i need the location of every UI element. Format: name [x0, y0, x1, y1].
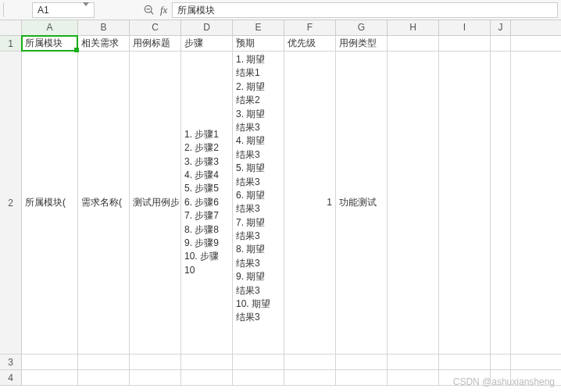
watermark: CSDN @ashuxiansheng: [453, 376, 555, 387]
cell-F2[interactable]: 1: [284, 52, 336, 354]
cell-A4[interactable]: [22, 370, 78, 385]
chevron-down-icon[interactable]: [83, 3, 89, 17]
cell-E4[interactable]: [233, 370, 284, 385]
cell-B4[interactable]: [78, 370, 130, 385]
row-header-2[interactable]: 2: [0, 52, 22, 354]
cell-I2[interactable]: [439, 52, 491, 354]
row-1: 1 所属模块 相关需求 用例标题 步骤 预期 优先级 用例类型: [0, 36, 561, 52]
cell-H2[interactable]: [388, 52, 439, 354]
cell-E1[interactable]: 预期: [233, 36, 284, 51]
separator: [3, 3, 4, 17]
cell-C3[interactable]: [130, 355, 181, 369]
col-header-H[interactable]: H: [388, 20, 439, 35]
cell-C4[interactable]: [130, 370, 181, 385]
cell-H4[interactable]: [388, 370, 439, 385]
col-header-G[interactable]: G: [336, 20, 388, 35]
cell-B1[interactable]: 相关需求: [78, 36, 130, 51]
cell-H3[interactable]: [388, 355, 439, 369]
cell-G1[interactable]: 用例类型: [336, 36, 388, 51]
formula-bar-value: 所属模块: [177, 5, 215, 16]
col-header-B[interactable]: B: [78, 20, 130, 35]
row-2: 2 所属模块( 需求名称( 测试用例步 1. 步骤1 2. 步骤2 3. 步骤3…: [0, 52, 561, 355]
formula-bar[interactable]: 所属模块: [172, 2, 558, 18]
cell-J2[interactable]: [491, 52, 511, 354]
cell-D1[interactable]: 步骤: [181, 36, 233, 51]
cell-J3[interactable]: [491, 355, 511, 369]
cell-J1[interactable]: [491, 36, 511, 51]
name-box-value: A1: [38, 3, 49, 17]
cell-C2[interactable]: 测试用例步: [130, 52, 181, 354]
col-header-I[interactable]: I: [439, 20, 491, 35]
col-header-D[interactable]: D: [181, 20, 233, 35]
svg-line-1: [151, 11, 153, 13]
cell-E3[interactable]: [233, 355, 284, 369]
fx-icon[interactable]: fx: [160, 4, 167, 16]
row-header-1[interactable]: 1: [0, 36, 22, 51]
cell-F1[interactable]: 优先级: [284, 36, 336, 51]
cell-F3[interactable]: [284, 355, 336, 369]
cell-D3[interactable]: [181, 355, 233, 369]
cell-D4[interactable]: [181, 370, 233, 385]
cell-I3[interactable]: [439, 355, 491, 369]
name-box[interactable]: A1: [32, 2, 95, 18]
cell-G3[interactable]: [336, 355, 388, 369]
row-header-4[interactable]: 4: [0, 370, 22, 385]
col-header-J[interactable]: J: [491, 20, 511, 35]
select-all-corner[interactable]: [0, 20, 22, 35]
cell-D2[interactable]: 1. 步骤1 2. 步骤2 3. 步骤3 4. 步骤4 5. 步骤5 6. 步骤…: [181, 52, 233, 354]
cell-G2[interactable]: 功能测试: [336, 52, 388, 354]
cell-F4[interactable]: [284, 370, 336, 385]
cell-G4[interactable]: [336, 370, 388, 385]
toolbar: A1 fx 所属模块: [0, 0, 561, 20]
cell-C1[interactable]: 用例标题: [130, 36, 181, 51]
cell-A3[interactable]: [22, 355, 78, 369]
cell-A2[interactable]: 所属模块(: [22, 52, 78, 354]
cell-I1[interactable]: [439, 36, 491, 51]
cell-A1[interactable]: 所属模块: [22, 36, 78, 51]
col-header-F[interactable]: F: [284, 20, 336, 35]
zoom-out-icon[interactable]: [143, 4, 155, 16]
row-header-3[interactable]: 3: [0, 355, 22, 369]
cell-B3[interactable]: [78, 355, 130, 369]
col-header-E[interactable]: E: [233, 20, 284, 35]
column-headers: A B C D E F G H I J: [0, 20, 561, 36]
cell-B2[interactable]: 需求名称(: [78, 52, 130, 354]
col-header-A[interactable]: A: [22, 20, 78, 35]
cell-E2[interactable]: 1. 期望 结果1 2. 期望 结果2 3. 期望 结果3 4. 期望 结果3 …: [233, 52, 284, 354]
spreadsheet-grid[interactable]: A B C D E F G H I J 1 所属模块 相关需求 用例标题 步骤 …: [0, 20, 561, 386]
col-header-C[interactable]: C: [130, 20, 181, 35]
cell-H1[interactable]: [388, 36, 439, 51]
row-3: 3: [0, 355, 561, 370]
